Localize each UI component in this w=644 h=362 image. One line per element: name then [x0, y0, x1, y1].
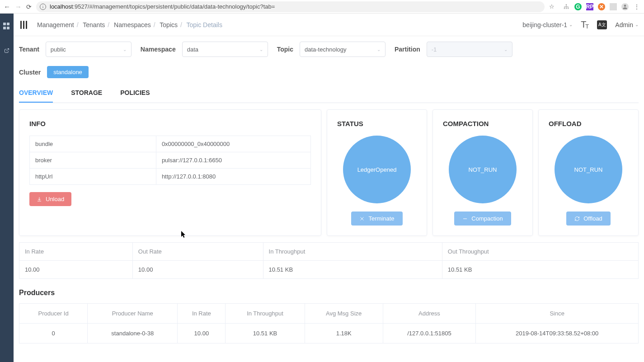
table-row: 0 standalone-0-38 10.00 10.51 KB 1.18K /…	[19, 324, 639, 343]
rate-header: Out Throughput	[442, 243, 638, 261]
namespace-select[interactable]: data⌄	[182, 42, 268, 57]
tab-policies[interactable]: POLICIES	[120, 89, 150, 103]
chevron-down-icon: ⌄	[504, 47, 508, 52]
back-icon[interactable]: ←	[4, 3, 10, 10]
profile-avatar[interactable]	[621, 3, 629, 10]
info-card: INFO bundle0x00000000_0x40000000 brokerp…	[19, 109, 321, 236]
terminate-button[interactable]: Terminate	[351, 212, 402, 226]
info-title: INFO	[29, 120, 311, 127]
namespace-label: Namespace	[141, 46, 176, 53]
site-info-icon[interactable]: i	[40, 4, 46, 10]
tenant-select[interactable]: public⌄	[46, 42, 132, 57]
offload-title: OFFLOAD	[549, 120, 582, 127]
svg-rect-3	[568, 8, 569, 9]
table-row: 10.00 10.00 10.51 KB 10.51 KB	[19, 261, 639, 279]
status-circle: LedgerOpened	[343, 136, 411, 203]
hamburger-icon[interactable]	[19, 21, 28, 29]
breadcrumb-item[interactable]: Tenants	[83, 21, 105, 28]
topic-label: Topic	[277, 46, 293, 53]
cluster-select[interactable]: beijing-cluster-1⌄	[522, 21, 573, 28]
chevron-down-icon: ⌄	[569, 22, 573, 27]
sitemap-icon[interactable]	[563, 3, 570, 10]
compaction-button[interactable]: Compaction	[454, 212, 511, 226]
svg-rect-7	[566, 7, 566, 8]
download-icon	[37, 197, 42, 202]
breadcrumb-item[interactable]: Topics	[160, 21, 178, 28]
refresh-icon	[574, 216, 580, 221]
svg-rect-8	[568, 7, 569, 8]
rate-header: Out Rate	[132, 243, 263, 261]
producers-table: Producer Id Producer Name In Rate In Thr…	[19, 303, 639, 343]
ext-orange-icon[interactable]: ✕	[598, 3, 605, 10]
info-table: bundle0x00000000_0x40000000 brokerpulsar…	[29, 136, 311, 185]
offload-button[interactable]: Offload	[566, 212, 611, 226]
star-icon[interactable]: ☆	[549, 3, 555, 10]
address-bar[interactable]: i localhost:9527/#/management/topics/per…	[36, 1, 545, 12]
tab-overview[interactable]: OVERVIEW	[19, 89, 53, 103]
breadcrumb-current: Topic Details	[187, 21, 222, 28]
ext-green-icon[interactable]: G	[574, 3, 582, 10]
chevron-down-icon: ⌄	[123, 47, 127, 52]
filters-row: Tenant public⌄ Namespace data⌄ Topic dat…	[19, 42, 639, 57]
table-row: httpUrlhttp://127.0.0.1:8080	[30, 169, 311, 185]
partition-label: Partition	[395, 46, 420, 53]
svg-rect-0	[566, 4, 567, 5]
rate-table: In Rate Out Rate In Throughput Out Throu…	[19, 242, 639, 279]
browser-chrome: ← → ⟳ i localhost:9527/#/management/topi…	[0, 0, 644, 14]
tab-storage[interactable]: STORAGE	[71, 89, 102, 103]
status-title: STATUS	[337, 120, 363, 127]
svg-rect-6	[564, 7, 564, 8]
svg-rect-1	[564, 8, 565, 9]
cluster-tag[interactable]: standalone	[47, 66, 89, 78]
tenant-label: Tenant	[19, 46, 39, 53]
breadcrumb-item[interactable]: Management	[37, 21, 74, 28]
rate-header: In Rate	[19, 243, 133, 261]
table-row: brokerpulsar://127.0.0.1:6650	[30, 152, 311, 169]
reload-icon[interactable]: ⟳	[26, 3, 32, 10]
font-size-icon[interactable]: TT	[581, 19, 589, 30]
svg-point-9	[624, 5, 626, 7]
breadcrumb: Management/ Tenants/ Namespaces/ Topics/…	[37, 21, 522, 28]
svg-rect-2	[566, 8, 567, 9]
table-row: bundle0x00000000_0x40000000	[30, 136, 311, 152]
topbar: Management/ Tenants/ Namespaces/ Topics/…	[14, 14, 644, 36]
partition-select[interactable]: -1⌄	[427, 42, 512, 57]
status-card: STATUS LedgerOpened Terminate	[327, 109, 427, 236]
chevron-down-icon: ⌄	[259, 47, 263, 52]
browser-menu-icon[interactable]: ⋮	[633, 3, 640, 10]
svg-line-10	[6, 49, 9, 52]
chevron-down-icon: ⌄	[635, 22, 639, 27]
language-icon[interactable]: A文	[597, 20, 607, 29]
offload-card: OFFLOAD NOT_RUN Offload	[538, 109, 639, 236]
minus-icon	[462, 216, 468, 221]
url-text: localhost:9527/#/management/topics/persi…	[50, 3, 275, 10]
forward-icon[interactable]: →	[15, 3, 22, 10]
user-menu[interactable]: Admin⌄	[615, 21, 639, 28]
sidebar	[0, 14, 14, 362]
compaction-circle: NOT_RUN	[449, 136, 517, 203]
compaction-card: COMPACTION NOT_RUN Compaction	[432, 109, 533, 236]
tabs: OVERVIEW STORAGE POLICIES	[19, 89, 639, 103]
rate-header: In Throughput	[263, 243, 442, 261]
chevron-down-icon: ⌄	[377, 47, 381, 52]
breadcrumb-item[interactable]: Namespaces	[114, 21, 151, 28]
cluster-label: Cluster	[19, 69, 41, 76]
dashboard-icon[interactable]	[3, 23, 10, 30]
offload-circle: NOT_RUN	[555, 136, 622, 203]
unload-button[interactable]: Unload	[29, 192, 71, 206]
external-link-icon[interactable]	[4, 48, 9, 55]
producers-title: Producers	[19, 289, 639, 297]
topic-select[interactable]: data-technology⌄	[300, 42, 385, 57]
compaction-title: COMPACTION	[443, 120, 489, 127]
close-icon	[359, 216, 365, 221]
ext-rp-icon[interactable]: RP	[586, 3, 593, 10]
